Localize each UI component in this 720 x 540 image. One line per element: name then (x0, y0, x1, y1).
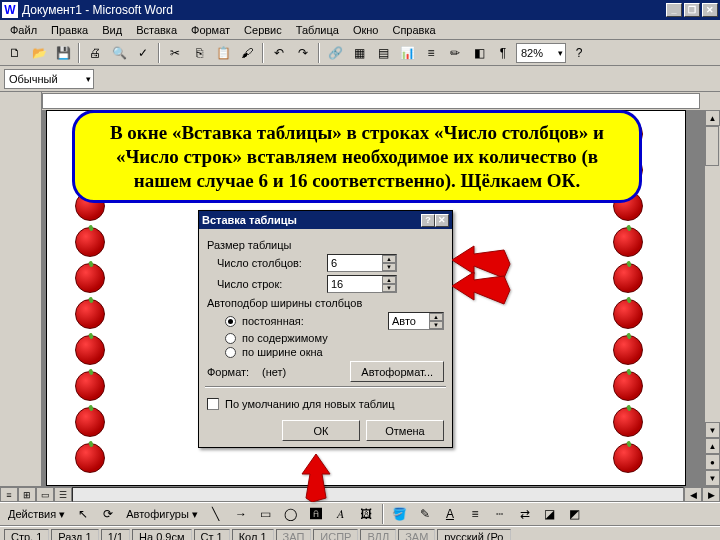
default-checkbox-label: По умолчанию для новых таблиц (225, 398, 395, 410)
oval-icon[interactable]: ◯ (280, 503, 302, 525)
font-color-icon[interactable]: A (439, 503, 461, 525)
horizontal-ruler[interactable] (42, 93, 700, 109)
zoom-combo[interactable]: 82% (516, 43, 566, 63)
menu-tools[interactable]: Сервис (238, 22, 288, 38)
svg-marker-1 (452, 272, 510, 304)
menu-format[interactable]: Формат (185, 22, 236, 38)
docmap-icon[interactable]: ◧ (468, 42, 490, 64)
format-painter-icon[interactable]: 🖌 (236, 42, 258, 64)
minimize-button[interactable]: _ (666, 3, 682, 17)
vertical-ruler[interactable] (0, 110, 42, 486)
autoshapes-menu[interactable]: Автофигуры ▾ (122, 508, 202, 521)
insert-table-icon[interactable]: ▤ (372, 42, 394, 64)
redo-icon[interactable]: ↷ (292, 42, 314, 64)
3d-icon[interactable]: ◩ (564, 503, 586, 525)
save-icon[interactable]: 💾 (52, 42, 74, 64)
menu-table[interactable]: Таблица (290, 22, 345, 38)
open-icon[interactable]: 📂 (28, 42, 50, 64)
next-page-icon[interactable]: ▼ (705, 470, 720, 486)
tables-borders-icon[interactable]: ▦ (348, 42, 370, 64)
style-combo[interactable]: Обычный (4, 69, 94, 89)
clipart-icon[interactable]: 🖼 (355, 503, 377, 525)
spin-down-icon[interactable]: ▼ (382, 263, 396, 271)
excel-icon[interactable]: 📊 (396, 42, 418, 64)
rows-spinbox[interactable]: ▲▼ (327, 275, 397, 293)
apple-icon (75, 299, 105, 329)
spin-down-icon[interactable]: ▼ (429, 321, 443, 329)
line-style-icon[interactable]: ≡ (464, 503, 486, 525)
line-color-icon[interactable]: ✎ (414, 503, 436, 525)
hyperlink-icon[interactable]: 🔗 (324, 42, 346, 64)
dialog-titlebar[interactable]: Вставка таблицы ? ✕ (199, 211, 452, 229)
copy-icon[interactable]: ⎘ (188, 42, 210, 64)
spin-up-icon[interactable]: ▲ (382, 276, 396, 284)
scroll-right-icon[interactable]: ▶ (702, 487, 720, 502)
menu-view[interactable]: Вид (96, 22, 128, 38)
cols-input[interactable] (328, 255, 382, 271)
spin-up-icon[interactable]: ▲ (382, 255, 396, 263)
cut-icon[interactable]: ✂ (164, 42, 186, 64)
shadow-icon[interactable]: ◪ (539, 503, 561, 525)
menu-help[interactable]: Справка (386, 22, 441, 38)
print-icon[interactable]: 🖨 (84, 42, 106, 64)
select-objects-icon[interactable]: ↖ (72, 503, 94, 525)
vertical-scrollbar[interactable]: ▲ ▼ ▲ ● ▼ (704, 110, 720, 486)
preview-icon[interactable]: 🔍 (108, 42, 130, 64)
cols-label: Число столбцов: (217, 257, 327, 269)
scroll-down-icon[interactable]: ▼ (705, 422, 720, 438)
arrow-icon[interactable]: → (230, 503, 252, 525)
ok-button[interactable]: ОК (282, 420, 360, 441)
dialog-close-button[interactable]: ✕ (435, 214, 449, 227)
menu-edit[interactable]: Правка (45, 22, 94, 38)
spin-down-icon[interactable]: ▼ (382, 284, 396, 292)
radio-content[interactable] (225, 333, 236, 344)
autoformat-button[interactable]: Автоформат... (350, 361, 444, 382)
rows-input[interactable] (328, 276, 382, 292)
show-hide-icon[interactable]: ¶ (492, 42, 514, 64)
cols-spinbox[interactable]: ▲▼ (327, 254, 397, 272)
apple-icon (613, 263, 643, 293)
columns-icon[interactable]: ≡ (420, 42, 442, 64)
cancel-button[interactable]: Отмена (366, 420, 444, 441)
fixed-width-input[interactable] (389, 313, 429, 329)
scroll-up-icon[interactable]: ▲ (705, 110, 720, 126)
actions-menu[interactable]: Действия ▾ (4, 508, 69, 521)
wordart-icon[interactable]: 𝐴 (330, 503, 352, 525)
line-icon[interactable]: ╲ (205, 503, 227, 525)
fixed-width-spinbox[interactable]: ▲▼ (388, 312, 444, 330)
spin-up-icon[interactable]: ▲ (429, 313, 443, 321)
default-checkbox[interactable] (207, 398, 219, 410)
browse-object-icon[interactable]: ● (705, 454, 720, 470)
radio-fixed[interactable] (225, 316, 236, 327)
new-doc-icon[interactable]: 🗋 (4, 42, 26, 64)
normal-view-icon[interactable]: ≡ (0, 487, 18, 502)
undo-icon[interactable]: ↶ (268, 42, 290, 64)
dialog-help-button[interactable]: ? (421, 214, 435, 227)
rectangle-icon[interactable]: ▭ (255, 503, 277, 525)
close-button[interactable]: ✕ (702, 3, 718, 17)
outline-view-icon[interactable]: ☰ (54, 487, 72, 502)
radio-window[interactable] (225, 347, 236, 358)
drawing-icon[interactable]: ✏ (444, 42, 466, 64)
word-app-icon: W (2, 2, 18, 18)
print-view-icon[interactable]: ▭ (36, 487, 54, 502)
textbox-icon[interactable]: 🅰 (305, 503, 327, 525)
pointer-arrow-ok (296, 454, 336, 502)
paste-icon[interactable]: 📋 (212, 42, 234, 64)
web-view-icon[interactable]: ⊞ (18, 487, 36, 502)
dash-style-icon[interactable]: ┄ (489, 503, 511, 525)
maximize-button[interactable]: ❐ (684, 3, 700, 17)
arrow-style-icon[interactable]: ⇄ (514, 503, 536, 525)
fill-color-icon[interactable]: 🪣 (389, 503, 411, 525)
status-rec: ЗАП (276, 529, 312, 541)
prev-page-icon[interactable]: ▲ (705, 438, 720, 454)
menu-file[interactable]: Файл (4, 22, 43, 38)
menu-window[interactable]: Окно (347, 22, 385, 38)
spellcheck-icon[interactable]: ✓ (132, 42, 154, 64)
help-icon[interactable]: ? (568, 42, 590, 64)
scroll-thumb[interactable] (705, 126, 719, 166)
menu-insert[interactable]: Вставка (130, 22, 183, 38)
horizontal-scrollbar[interactable] (72, 487, 684, 502)
rotate-icon[interactable]: ⟳ (97, 503, 119, 525)
scroll-left-icon[interactable]: ◀ (684, 487, 702, 502)
